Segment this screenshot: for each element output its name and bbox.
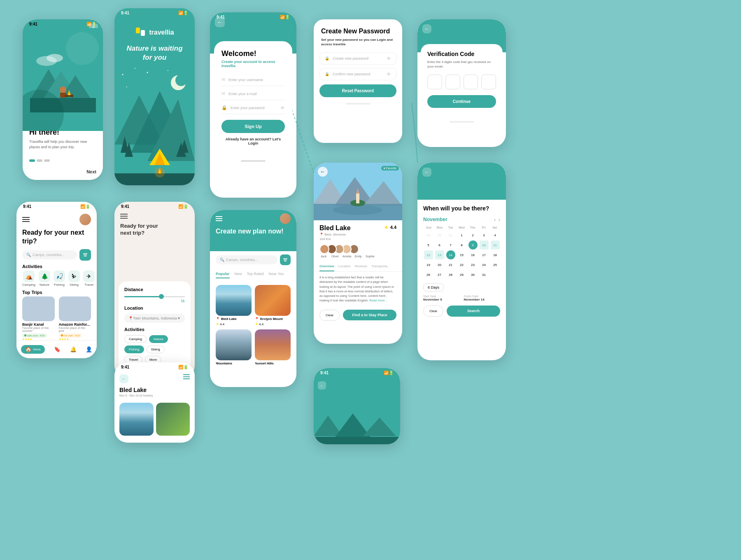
distance-slider[interactable] bbox=[124, 296, 185, 297]
nav-profile[interactable]: 👤 bbox=[86, 346, 92, 352]
cal-day-4[interactable]: 4 bbox=[491, 231, 500, 240]
favorite-label[interactable]: ♥ Favorite bbox=[381, 166, 399, 170]
cal-day-23[interactable]: 23 bbox=[468, 260, 478, 269]
password-field[interactable]: 🔒 Enter your password 👁 bbox=[221, 102, 285, 114]
back-button-s8[interactable]: ← bbox=[318, 167, 328, 177]
cal-day-9-selected[interactable]: 9 bbox=[468, 240, 478, 250]
tab-reviews[interactable]: Reviews bbox=[355, 262, 367, 271]
activity-nature[interactable]: 🌲 Nature bbox=[39, 271, 50, 287]
tag-camping[interactable]: Camping bbox=[124, 335, 147, 343]
tab-popular[interactable]: Popular bbox=[216, 272, 230, 278]
cal-day-30[interactable]: 30 bbox=[468, 270, 478, 279]
back-button-s9[interactable]: ← bbox=[422, 24, 431, 33]
new-password-field[interactable]: 🔒 Create new password 👁 bbox=[319, 52, 396, 65]
next-button[interactable]: Next bbox=[86, 169, 96, 174]
tab-top-rated[interactable]: Top Rated bbox=[247, 272, 264, 278]
cal-day-18[interactable]: 18 bbox=[491, 250, 500, 259]
confirm-password-field[interactable]: 🔒 Confirm new password 👁 bbox=[319, 68, 396, 80]
user-avatar[interactable] bbox=[79, 214, 91, 225]
cal-day-1[interactable]: 1 bbox=[457, 231, 466, 240]
tag-nature[interactable]: Nature bbox=[149, 335, 168, 343]
trip-amazon[interactable]: Amazon Rainfor... Favorite place of this… bbox=[59, 296, 91, 341]
trip-banjir[interactable]: Banjir Kanal Favorite place of this summ… bbox=[22, 296, 55, 341]
activity-fishing[interactable]: 🎣 Fishing bbox=[54, 271, 65, 287]
cal-day-19[interactable]: 19 bbox=[424, 260, 433, 269]
activity-camping[interactable]: ⛺ Camping bbox=[22, 271, 35, 287]
tag-fishing[interactable]: Fishing bbox=[124, 345, 144, 353]
nav-home[interactable]: 🏠 Home bbox=[21, 345, 45, 354]
s11-menu-icon[interactable] bbox=[183, 374, 190, 383]
cal-day-2[interactable]: 2 bbox=[468, 231, 478, 240]
cal-day-25[interactable]: 25 bbox=[491, 260, 500, 269]
tab-transport[interactable]: Transporta... bbox=[371, 262, 390, 271]
find-place-button[interactable]: Find a to Stay Place bbox=[343, 310, 396, 320]
username-field[interactable]: ✉ Enter your username bbox=[221, 74, 285, 86]
back-button-s11[interactable]: ← bbox=[119, 374, 128, 383]
tab-new[interactable]: New bbox=[235, 272, 242, 278]
reset-button[interactable]: Reset Password bbox=[319, 84, 396, 97]
cal-day-31[interactable]: 31 bbox=[480, 270, 489, 279]
place-bled[interactable]: 📍 Bled Lake ★ 4.4 bbox=[216, 285, 252, 326]
cal-day-28[interactable]: 28 bbox=[446, 270, 455, 279]
back-button-s5[interactable]: ← bbox=[215, 17, 225, 27]
cal-day-24[interactable]: 24 bbox=[480, 260, 489, 269]
plan-avatar[interactable] bbox=[280, 213, 291, 224]
cal-day-14-selected[interactable]: 14 bbox=[446, 250, 455, 259]
menu-icon[interactable] bbox=[22, 217, 30, 222]
cal-day-12[interactable]: 12 bbox=[424, 250, 433, 259]
prev-month-button[interactable]: ‹ bbox=[494, 216, 496, 223]
place-erciyes[interactable]: 📍 Erciyes Mount ★ 4.4 bbox=[255, 285, 291, 326]
tab-near-you[interactable]: Near You bbox=[269, 272, 284, 278]
place-sunset[interactable]: Sunset Hills bbox=[255, 329, 291, 366]
eye-icon-new[interactable]: 👁 bbox=[387, 56, 391, 61]
clear-button-s8[interactable]: Clear bbox=[319, 310, 340, 321]
nav-bookmark[interactable]: 🔖 bbox=[54, 346, 61, 352]
code-box-1[interactable] bbox=[427, 75, 442, 89]
cal-day-10[interactable]: 10 bbox=[480, 240, 489, 250]
cal-day-29-prev[interactable]: 29 bbox=[424, 231, 433, 240]
filter-button[interactable] bbox=[79, 249, 91, 261]
eye-icon[interactable]: 👁 bbox=[280, 105, 285, 110]
cal-day-13[interactable]: 13 bbox=[435, 250, 444, 259]
cal-day-3[interactable]: 3 bbox=[480, 231, 489, 240]
cal-day-21[interactable]: 21 bbox=[446, 260, 455, 269]
cal-day-30-prev[interactable]: 30 bbox=[435, 231, 444, 240]
tag-skiing[interactable]: Skiing bbox=[147, 345, 165, 353]
cal-day-8[interactable]: 8 bbox=[457, 240, 466, 250]
back-button-s10[interactable]: ← bbox=[422, 168, 431, 177]
clear-button-s10[interactable]: Clear bbox=[423, 306, 443, 317]
read-more-link[interactable]: Read more... bbox=[369, 299, 387, 302]
eye-icon-confirm[interactable]: 👁 bbox=[387, 72, 391, 77]
cal-day-15[interactable]: 15 bbox=[457, 250, 466, 259]
cal-day-16[interactable]: 16 bbox=[468, 250, 478, 259]
nav-bell[interactable]: 🔔 bbox=[70, 346, 77, 352]
cal-day-29[interactable]: 29 bbox=[457, 270, 466, 279]
continue-button[interactable]: Continue bbox=[427, 95, 496, 108]
cal-day-26[interactable]: 26 bbox=[424, 270, 433, 279]
cal-day-17[interactable]: 17 bbox=[480, 250, 489, 259]
cal-day-6[interactable]: 6 bbox=[435, 240, 444, 250]
signup-button[interactable]: Sign Up bbox=[221, 120, 285, 133]
tab-overview[interactable]: Overview bbox=[319, 262, 334, 271]
cal-day-22[interactable]: 22 bbox=[457, 260, 466, 269]
cal-day-5[interactable]: 5 bbox=[424, 240, 433, 250]
cal-day-7[interactable]: 7 bbox=[446, 240, 455, 250]
back-button-s12[interactable]: ← bbox=[318, 381, 326, 390]
cal-day-20[interactable]: 20 bbox=[435, 260, 444, 269]
tab-location[interactable]: Location bbox=[338, 262, 351, 271]
cal-day-11[interactable]: 11 bbox=[491, 240, 500, 250]
cal-day-27[interactable]: 27 bbox=[435, 270, 444, 279]
code-box-2[interactable] bbox=[445, 75, 460, 89]
search-button-s10[interactable]: Search bbox=[447, 306, 500, 317]
search-box[interactable]: 🔍 Camps, countries... bbox=[22, 250, 77, 259]
next-month-button[interactable]: › bbox=[498, 216, 500, 223]
plan-search-box[interactable]: 🔍 Camps, countries... bbox=[216, 255, 277, 264]
code-box-4[interactable] bbox=[481, 75, 496, 89]
activity-travel[interactable]: ✈ Travel bbox=[83, 271, 95, 287]
plan-filter-btn[interactable] bbox=[280, 254, 291, 265]
email-field[interactable]: ✉ Enter your e-mail bbox=[221, 88, 285, 100]
activity-skiing[interactable]: ⛷ Skiing bbox=[68, 271, 80, 287]
location-dropdown[interactable]: 📍 Twin Mountains, Indonesia ▼ bbox=[124, 314, 185, 323]
code-box-3[interactable] bbox=[464, 75, 478, 89]
plan-menu-icon[interactable] bbox=[216, 216, 222, 221]
